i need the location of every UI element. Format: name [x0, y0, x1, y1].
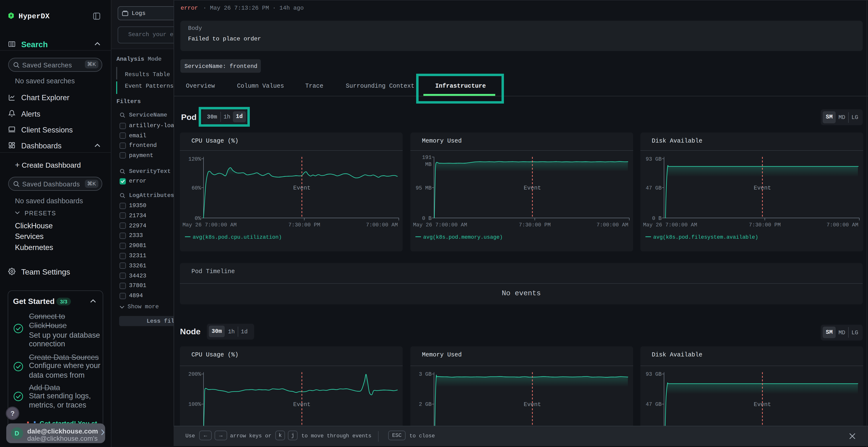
svg-text:7:30:00 PM: 7:30:00 PM	[749, 222, 780, 228]
svg-text:Event: Event	[524, 185, 541, 191]
svg-text:3 GB: 3 GB	[419, 371, 432, 377]
svg-text:Event: Event	[293, 401, 311, 408]
svg-text:avg(k8s.pod.cpu.utilization): avg(k8s.pod.cpu.utilization)	[193, 234, 282, 240]
svg-text:95 MB: 95 MB	[416, 185, 432, 191]
svg-text:Event: Event	[293, 185, 311, 191]
svg-text:0 B: 0 B	[652, 215, 661, 221]
svg-text:191: 191	[422, 154, 432, 161]
svg-text:0%: 0%	[195, 215, 201, 221]
svg-text:7:00:00 AM: 7:00:00 AM	[366, 222, 398, 228]
svg-text:Event: Event	[753, 401, 771, 408]
svg-text:47 GB: 47 GB	[646, 402, 661, 408]
svg-text:avg(k8s.pod.memory.usage): avg(k8s.pod.memory.usage)	[423, 234, 503, 240]
svg-text:7:30:00 PM: 7:30:00 PM	[519, 222, 551, 228]
svg-text:120%: 120%	[188, 156, 201, 162]
svg-text:avg(k8s.pod.filesystem.availab: avg(k8s.pod.filesystem.available)	[653, 234, 758, 240]
svg-text:0 B: 0 B	[422, 215, 432, 221]
svg-text:60%: 60%	[191, 185, 201, 191]
svg-text:7:30:00 PM: 7:30:00 PM	[288, 222, 320, 228]
svg-text:93 GB: 93 GB	[646, 156, 661, 162]
svg-text:May 26 7:00:00 AM: May 26 7:00:00 AM	[413, 222, 467, 228]
svg-text:200%: 200%	[188, 371, 201, 377]
svg-text:47 GB: 47 GB	[646, 185, 661, 191]
svg-text:7:00:00 AM: 7:00:00 AM	[826, 222, 858, 228]
svg-text:Event: Event	[524, 401, 541, 408]
svg-text:7:00:00 AM: 7:00:00 AM	[596, 222, 628, 228]
svg-text:93 GB: 93 GB	[646, 371, 661, 377]
svg-text:Event: Event	[753, 185, 771, 191]
svg-text:2 GB: 2 GB	[419, 402, 432, 408]
svg-text:May 26 7:00:00 AM: May 26 7:00:00 AM	[183, 222, 237, 228]
svg-text:MB: MB	[425, 162, 432, 168]
svg-text:May 26 7:00:00 AM: May 26 7:00:00 AM	[643, 222, 697, 228]
svg-text:100%: 100%	[188, 402, 201, 408]
